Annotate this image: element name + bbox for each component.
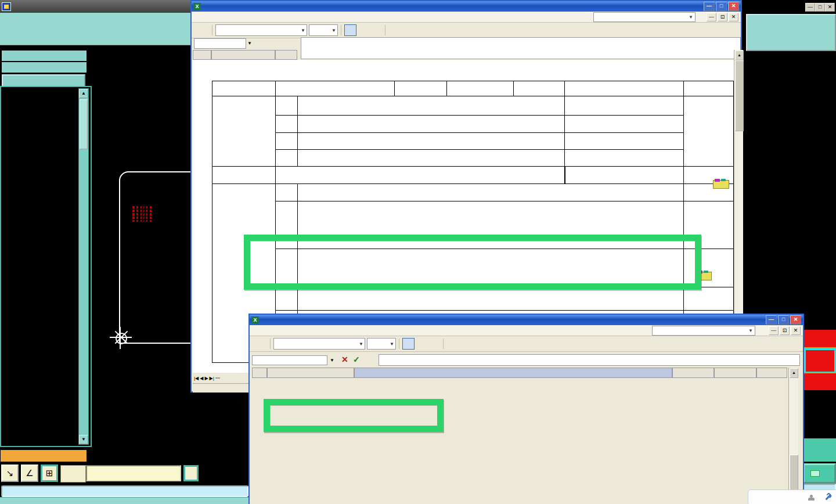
maximize-icon[interactable]: □: [778, 315, 789, 325]
advice-header-cell[interactable]: [564, 96, 684, 116]
doc-minimize-icon[interactable]: —: [707, 13, 716, 21]
tab-last-icon[interactable]: ▶|: [210, 376, 214, 381]
minimize-icon[interactable]: —: [704, 2, 715, 11]
scroll-up-icon[interactable]: ▲: [79, 89, 88, 98]
attach-cell-4[interactable]: [683, 287, 734, 311]
reviewer-label-cell[interactable]: [513, 81, 565, 96]
chevron-down-icon[interactable]: ▼: [689, 15, 693, 20]
formula-bar[interactable]: [379, 354, 800, 366]
seq-header-cell[interactable]: [275, 96, 298, 116]
attach-col-cell[interactable]: [683, 96, 734, 167]
grid-toggle-button[interactable]: ⊞: [41, 465, 58, 482]
overview-viewport-box[interactable]: [804, 348, 836, 373]
chevron-down-icon[interactable]: ▼: [748, 328, 753, 333]
scroll-up-icon[interactable]: ▲: [790, 368, 798, 378]
column-header-b[interactable]: [354, 368, 672, 378]
advice-cell[interactable]: [564, 115, 684, 133]
tab-prev-icon[interactable]: ◀: [200, 376, 203, 381]
close-icon[interactable]: ✕: [728, 2, 739, 11]
chevron-down-icon[interactable]: ▼: [301, 28, 305, 33]
cam-item4-cell[interactable]: [297, 287, 684, 311]
product-value-cell[interactable]: [275, 81, 395, 96]
reviewer-cell[interactable]: [564, 81, 684, 96]
formula-bar[interactable]: [301, 37, 741, 59]
ime-settings-icon[interactable]: [825, 494, 831, 501]
cancel-entry-icon[interactable]: ✕: [341, 355, 348, 364]
chevron-down-icon[interactable]: ▼: [359, 341, 363, 347]
name-box[interactable]: [252, 355, 327, 365]
attachment-object-1[interactable]: [706, 180, 734, 197]
review-date-cell[interactable]: [446, 81, 514, 96]
confirm-entry-icon[interactable]: ✓: [353, 355, 360, 364]
seq-cell[interactable]: [275, 183, 298, 201]
scroll-up-icon[interactable]: ▲: [735, 51, 744, 60]
scroll-thumb[interactable]: [80, 99, 88, 149]
help-search-input[interactable]: ▼: [652, 326, 755, 336]
sheet-title[interactable]: [212, 62, 734, 80]
bold-button[interactable]: [402, 338, 415, 350]
toolbar-overflow-icon[interactable]: [255, 338, 267, 350]
doc-restore-icon[interactable]: ⊡: [780, 326, 790, 335]
confirm-cell[interactable]: [297, 115, 565, 133]
scroll-thumb[interactable]: [790, 455, 798, 491]
review-date-label-cell[interactable]: [394, 81, 447, 96]
doc-close-icon[interactable]: ✕: [791, 326, 801, 335]
angle-measure-button[interactable]: ∠: [21, 465, 38, 482]
minimize-icon[interactable]: —: [805, 3, 815, 12]
column-header-d[interactable]: [714, 368, 756, 378]
bold-button[interactable]: [344, 24, 356, 36]
confirm-cell[interactable]: [297, 149, 565, 167]
italic-button[interactable]: [358, 25, 369, 35]
cam-item1-cell[interactable]: [297, 183, 684, 201]
doc-restore-icon[interactable]: ⊡: [718, 13, 727, 21]
font-size-combo[interactable]: ▼: [367, 338, 396, 350]
process-row-cell[interactable]: [275, 166, 565, 184]
advice-cell[interactable]: [564, 149, 684, 167]
job-matrix-button[interactable]: [2, 74, 85, 87]
confirm-group-cell[interactable]: [212, 96, 276, 167]
doc-close-icon[interactable]: ✕: [729, 13, 738, 21]
column-header-a[interactable]: [267, 368, 354, 378]
xy-input[interactable]: [86, 465, 181, 481]
maximize-icon[interactable]: □: [815, 3, 825, 12]
font-size-combo[interactable]: ▼: [309, 24, 338, 36]
scroll-down-icon[interactable]: ▼: [79, 435, 88, 444]
name-box-dropdown-icon[interactable]: ▼: [330, 358, 334, 363]
excel2-titlebar[interactable]: X — □ ✕: [250, 315, 803, 325]
tab-first-icon[interactable]: |◀: [194, 376, 199, 381]
advice-cell[interactable]: [564, 132, 684, 150]
font-name-combo[interactable]: ▼: [273, 338, 365, 350]
column-header-b[interactable]: [275, 50, 297, 60]
excel2-vscrollbar[interactable]: ▲: [788, 368, 798, 504]
confirm-cell[interactable]: [297, 132, 565, 150]
underline-button[interactable]: [371, 25, 382, 35]
seq-cell[interactable]: [275, 115, 298, 133]
tab-next-icon[interactable]: ▶: [204, 376, 208, 381]
select-all-corner[interactable]: [193, 50, 211, 60]
process-row-cell2[interactable]: [564, 166, 684, 184]
zoom-corner-button[interactable]: ↘: [1, 465, 19, 482]
column-header-a[interactable]: [211, 50, 275, 60]
chevron-down-icon[interactable]: ▼: [331, 28, 336, 33]
chevron-down-icon[interactable]: ▼: [390, 341, 394, 347]
sheet-tab[interactable]: [215, 377, 220, 379]
help-search-input[interactable]: ▼: [593, 12, 696, 22]
minimize-icon[interactable]: —: [766, 315, 777, 325]
excel1-titlebar[interactable]: X — □ ✕: [192, 1, 741, 12]
attach-label-cell[interactable]: [683, 81, 734, 96]
doc-minimize-icon[interactable]: —: [769, 326, 779, 335]
name-box-dropdown-icon[interactable]: ▼: [247, 41, 252, 46]
seq-cell[interactable]: [275, 149, 298, 167]
user-profile-icon[interactable]: [808, 495, 814, 501]
scroll-thumb[interactable]: [735, 60, 744, 131]
italic-button[interactable]: [416, 339, 427, 349]
name-box[interactable]: [194, 38, 246, 49]
column-header-c[interactable]: [672, 368, 714, 378]
product-label-cell[interactable]: [212, 81, 276, 96]
confirm-header-cell[interactable]: [297, 96, 565, 116]
partial-button[interactable]: [803, 463, 836, 484]
maximize-icon[interactable]: □: [716, 2, 727, 11]
seq-cell[interactable]: [275, 287, 298, 311]
process-label-cell[interactable]: [212, 166, 276, 184]
close-icon[interactable]: ✕: [790, 315, 801, 325]
